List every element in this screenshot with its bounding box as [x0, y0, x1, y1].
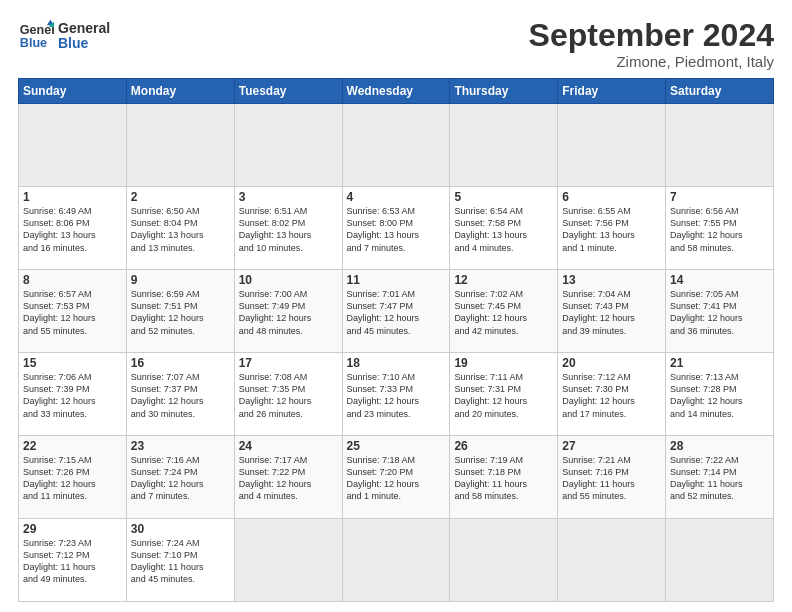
day-number: 1 [23, 190, 122, 204]
day-number: 7 [670, 190, 769, 204]
logo-icon: General Blue [18, 18, 54, 54]
cell-content: Sunrise: 7:06 AM Sunset: 7:39 PM Dayligh… [23, 371, 122, 420]
calendar-cell: 19Sunrise: 7:11 AM Sunset: 7:31 PM Dayli… [450, 353, 558, 436]
cell-content: Sunrise: 7:04 AM Sunset: 7:43 PM Dayligh… [562, 288, 661, 337]
cell-content: Sunrise: 7:22 AM Sunset: 7:14 PM Dayligh… [670, 454, 769, 503]
calendar-cell: 16Sunrise: 7:07 AM Sunset: 7:37 PM Dayli… [126, 353, 234, 436]
svg-text:Blue: Blue [20, 36, 47, 50]
calendar-cell [342, 104, 450, 187]
day-number: 9 [131, 273, 230, 287]
cell-content: Sunrise: 7:11 AM Sunset: 7:31 PM Dayligh… [454, 371, 553, 420]
calendar-cell: 23Sunrise: 7:16 AM Sunset: 7:24 PM Dayli… [126, 436, 234, 519]
day-number: 13 [562, 273, 661, 287]
day-number: 18 [347, 356, 446, 370]
day-number: 3 [239, 190, 338, 204]
header: General Blue General Blue September 2024… [18, 18, 774, 70]
calendar-cell: 1Sunrise: 6:49 AM Sunset: 8:06 PM Daylig… [19, 187, 127, 270]
week-row-4: 15Sunrise: 7:06 AM Sunset: 7:39 PM Dayli… [19, 353, 774, 436]
calendar-cell: 14Sunrise: 7:05 AM Sunset: 7:41 PM Dayli… [666, 270, 774, 353]
day-number: 25 [347, 439, 446, 453]
day-number: 22 [23, 439, 122, 453]
day-number: 26 [454, 439, 553, 453]
calendar-cell: 13Sunrise: 7:04 AM Sunset: 7:43 PM Dayli… [558, 270, 666, 353]
header-row: SundayMondayTuesdayWednesdayThursdayFrid… [19, 79, 774, 104]
cell-content: Sunrise: 6:59 AM Sunset: 7:51 PM Dayligh… [131, 288, 230, 337]
day-number: 11 [347, 273, 446, 287]
calendar-cell: 27Sunrise: 7:21 AM Sunset: 7:16 PM Dayli… [558, 436, 666, 519]
day-number: 15 [23, 356, 122, 370]
cell-content: Sunrise: 7:07 AM Sunset: 7:37 PM Dayligh… [131, 371, 230, 420]
header-cell-monday: Monday [126, 79, 234, 104]
day-number: 20 [562, 356, 661, 370]
logo-line1: General [58, 21, 110, 36]
calendar-cell: 9Sunrise: 6:59 AM Sunset: 7:51 PM Daylig… [126, 270, 234, 353]
cell-content: Sunrise: 7:10 AM Sunset: 7:33 PM Dayligh… [347, 371, 446, 420]
calendar-cell [19, 104, 127, 187]
logo: General Blue General Blue [18, 18, 110, 54]
week-row-5: 22Sunrise: 7:15 AM Sunset: 7:26 PM Dayli… [19, 436, 774, 519]
calendar-cell [450, 104, 558, 187]
calendar-cell: 22Sunrise: 7:15 AM Sunset: 7:26 PM Dayli… [19, 436, 127, 519]
logo-line2: Blue [58, 36, 110, 51]
calendar-cell: 20Sunrise: 7:12 AM Sunset: 7:30 PM Dayli… [558, 353, 666, 436]
calendar-cell: 5Sunrise: 6:54 AM Sunset: 7:58 PM Daylig… [450, 187, 558, 270]
day-number: 29 [23, 522, 122, 536]
calendar-cell: 26Sunrise: 7:19 AM Sunset: 7:18 PM Dayli… [450, 436, 558, 519]
calendar-cell: 21Sunrise: 7:13 AM Sunset: 7:28 PM Dayli… [666, 353, 774, 436]
cell-content: Sunrise: 7:24 AM Sunset: 7:10 PM Dayligh… [131, 537, 230, 586]
calendar-cell [342, 519, 450, 602]
calendar-cell: 10Sunrise: 7:00 AM Sunset: 7:49 PM Dayli… [234, 270, 342, 353]
calendar-cell: 28Sunrise: 7:22 AM Sunset: 7:14 PM Dayli… [666, 436, 774, 519]
day-number: 6 [562, 190, 661, 204]
day-number: 28 [670, 439, 769, 453]
cell-content: Sunrise: 7:23 AM Sunset: 7:12 PM Dayligh… [23, 537, 122, 586]
cell-content: Sunrise: 7:19 AM Sunset: 7:18 PM Dayligh… [454, 454, 553, 503]
header-cell-sunday: Sunday [19, 79, 127, 104]
calendar-table: SundayMondayTuesdayWednesdayThursdayFrid… [18, 78, 774, 602]
cell-content: Sunrise: 7:17 AM Sunset: 7:22 PM Dayligh… [239, 454, 338, 503]
cell-content: Sunrise: 7:08 AM Sunset: 7:35 PM Dayligh… [239, 371, 338, 420]
week-row-3: 8Sunrise: 6:57 AM Sunset: 7:53 PM Daylig… [19, 270, 774, 353]
day-number: 27 [562, 439, 661, 453]
calendar-cell: 24Sunrise: 7:17 AM Sunset: 7:22 PM Dayli… [234, 436, 342, 519]
day-number: 12 [454, 273, 553, 287]
calendar-cell: 12Sunrise: 7:02 AM Sunset: 7:45 PM Dayli… [450, 270, 558, 353]
header-cell-tuesday: Tuesday [234, 79, 342, 104]
calendar-cell: 2Sunrise: 6:50 AM Sunset: 8:04 PM Daylig… [126, 187, 234, 270]
cell-content: Sunrise: 6:53 AM Sunset: 8:00 PM Dayligh… [347, 205, 446, 254]
week-row-6: 29Sunrise: 7:23 AM Sunset: 7:12 PM Dayli… [19, 519, 774, 602]
calendar-cell: 29Sunrise: 7:23 AM Sunset: 7:12 PM Dayli… [19, 519, 127, 602]
month-title: September 2024 [529, 18, 774, 53]
header-cell-friday: Friday [558, 79, 666, 104]
calendar-cell [234, 519, 342, 602]
location: Zimone, Piedmont, Italy [529, 53, 774, 70]
week-row-2: 1Sunrise: 6:49 AM Sunset: 8:06 PM Daylig… [19, 187, 774, 270]
day-number: 24 [239, 439, 338, 453]
day-number: 4 [347, 190, 446, 204]
day-number: 14 [670, 273, 769, 287]
calendar-cell: 4Sunrise: 6:53 AM Sunset: 8:00 PM Daylig… [342, 187, 450, 270]
calendar-cell [450, 519, 558, 602]
calendar-cell: 8Sunrise: 6:57 AM Sunset: 7:53 PM Daylig… [19, 270, 127, 353]
calendar-cell [666, 104, 774, 187]
week-row-1 [19, 104, 774, 187]
day-number: 10 [239, 273, 338, 287]
cell-content: Sunrise: 7:18 AM Sunset: 7:20 PM Dayligh… [347, 454, 446, 503]
calendar-cell [666, 519, 774, 602]
day-number: 30 [131, 522, 230, 536]
day-number: 5 [454, 190, 553, 204]
calendar-cell [558, 519, 666, 602]
header-cell-wednesday: Wednesday [342, 79, 450, 104]
calendar-cell [234, 104, 342, 187]
calendar-cell: 30Sunrise: 7:24 AM Sunset: 7:10 PM Dayli… [126, 519, 234, 602]
day-number: 16 [131, 356, 230, 370]
cell-content: Sunrise: 7:12 AM Sunset: 7:30 PM Dayligh… [562, 371, 661, 420]
day-number: 17 [239, 356, 338, 370]
cell-content: Sunrise: 7:02 AM Sunset: 7:45 PM Dayligh… [454, 288, 553, 337]
cell-content: Sunrise: 6:55 AM Sunset: 7:56 PM Dayligh… [562, 205, 661, 254]
cell-content: Sunrise: 6:49 AM Sunset: 8:06 PM Dayligh… [23, 205, 122, 254]
cell-content: Sunrise: 6:50 AM Sunset: 8:04 PM Dayligh… [131, 205, 230, 254]
cell-content: Sunrise: 6:54 AM Sunset: 7:58 PM Dayligh… [454, 205, 553, 254]
header-cell-thursday: Thursday [450, 79, 558, 104]
day-number: 23 [131, 439, 230, 453]
